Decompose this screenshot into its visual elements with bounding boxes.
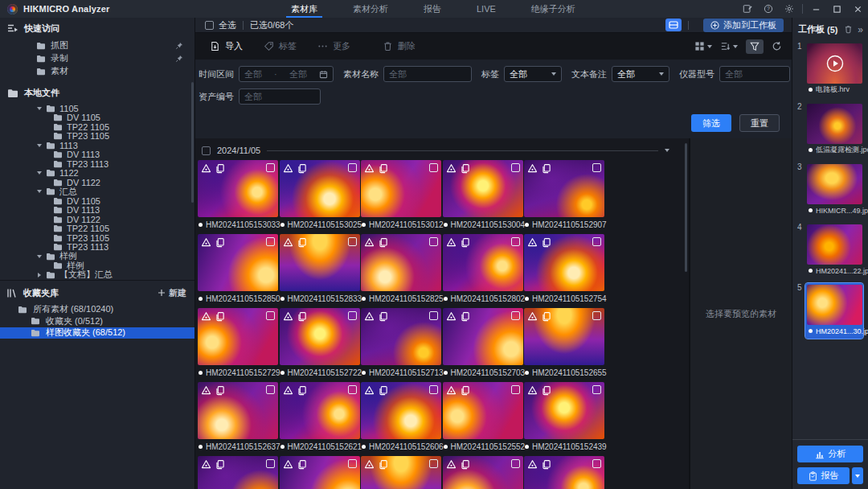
import-button[interactable]: 导入 xyxy=(210,40,243,52)
favorite-item-所有素材 (68/10240)[interactable]: 所有素材 (68/10240) xyxy=(0,304,194,316)
material-checkbox[interactable] xyxy=(511,163,520,172)
material-checkbox[interactable] xyxy=(592,311,601,320)
material-card[interactable]: HM20241105152754 xyxy=(524,234,604,306)
tree-item-TP23 1105[interactable]: TP23 1105 xyxy=(0,132,194,142)
tag-select[interactable]: 全部 xyxy=(504,66,562,82)
favorite-item-收藏夹 (0/512)[interactable]: 收藏夹 (0/512) xyxy=(0,315,194,327)
material-checkbox[interactable] xyxy=(266,237,275,246)
material-checkbox[interactable] xyxy=(429,311,438,320)
material-card[interactable] xyxy=(524,456,604,489)
tree-item-DV 1122[interactable]: DV 1122 xyxy=(0,215,194,224)
pin-icon[interactable] xyxy=(175,55,183,63)
chevron-collapsed-icon[interactable] xyxy=(38,273,41,277)
collapse-panel-icon[interactable]: » xyxy=(858,24,863,35)
material-checkbox[interactable] xyxy=(511,385,520,394)
material-card[interactable]: HM20241105152713 xyxy=(361,308,441,380)
sort-button[interactable] xyxy=(720,41,738,51)
workboard-card[interactable]: 低温凝露检测.jpeg xyxy=(805,102,863,158)
select-all-checkbox[interactable] xyxy=(205,21,214,30)
maximize-button[interactable] xyxy=(826,0,847,18)
material-checkbox[interactable] xyxy=(429,163,438,172)
tab-LIVE[interactable]: LIVE xyxy=(459,0,514,18)
new-favorite-button[interactable]: 新建 xyxy=(158,287,186,299)
material-card[interactable]: HM20241105152802 xyxy=(443,234,523,306)
report-dropdown-button[interactable] xyxy=(852,467,863,484)
select-all-label[interactable]: 全选 xyxy=(219,19,236,31)
tree-item-TP23 1113[interactable]: TP23 1113 xyxy=(0,243,194,253)
tree-item-TP23 1113[interactable]: TP23 1113 xyxy=(0,159,194,169)
model-input[interactable] xyxy=(725,69,784,79)
material-card[interactable]: HM20241105152825 xyxy=(361,234,441,306)
report-button[interactable]: 报告 xyxy=(797,467,850,484)
material-card[interactable]: HM20241105152722 xyxy=(280,308,360,380)
grid-scrollbar[interactable] xyxy=(685,143,687,272)
quick-access-item-素材[interactable]: 素材 xyxy=(0,66,194,76)
filter-reset-button[interactable]: 重置 xyxy=(739,114,780,132)
material-card[interactable]: HM20241105152606 xyxy=(361,382,441,454)
tree-item-1113[interactable]: 1113 xyxy=(0,141,194,150)
material-checkbox[interactable] xyxy=(592,237,601,246)
material-checkbox[interactable] xyxy=(592,163,601,172)
tree-item-汇总[interactable]: 汇总 xyxy=(0,187,194,197)
delete-button[interactable]: 删除 xyxy=(383,40,416,52)
workboard-item[interactable]: 5HM20241...30.jpeg xyxy=(792,281,868,342)
name-input[interactable] xyxy=(389,69,466,79)
workboard-item[interactable]: 4HM20241...22.jpeg xyxy=(792,221,868,281)
material-checkbox[interactable] xyxy=(592,459,601,468)
material-checkbox[interactable] xyxy=(348,385,357,394)
material-card[interactable] xyxy=(198,456,278,489)
more-button[interactable]: 更多 xyxy=(317,40,350,52)
material-checkbox[interactable] xyxy=(266,163,275,172)
workboard-card[interactable]: 电路板.hrv xyxy=(805,42,863,97)
settings-gear-icon[interactable] xyxy=(779,0,800,18)
tree-item-1105[interactable]: 1105 xyxy=(0,104,194,113)
material-checkbox[interactable] xyxy=(266,459,275,468)
tree-item-DV 1105[interactable]: DV 1105 xyxy=(0,113,194,123)
material-checkbox[interactable] xyxy=(592,385,601,394)
time-range-picker[interactable]: 全部 · 全部 xyxy=(239,66,334,82)
tag-button[interactable]: 标签 xyxy=(264,40,297,52)
sidebar-scrollbar[interactable] xyxy=(191,82,194,203)
help-icon[interactable]: ? xyxy=(758,0,779,18)
material-checkbox[interactable] xyxy=(266,385,275,394)
tab-素材库[interactable]: 素材库 xyxy=(273,0,335,18)
material-checkbox[interactable] xyxy=(429,459,438,468)
tree-item-TP22 1105[interactable]: TP22 1105 xyxy=(0,122,194,132)
clear-workboard-trash-icon[interactable] xyxy=(844,25,853,34)
tab-素材分析[interactable]: 素材分析 xyxy=(335,0,406,18)
material-card[interactable]: HM20241105153004 xyxy=(443,160,523,232)
minimize-button[interactable] xyxy=(805,0,826,18)
material-card[interactable]: HM20241105152907 xyxy=(524,160,604,232)
add-to-workboard-button[interactable]: 添加到工作板 xyxy=(703,18,784,32)
workboard-card[interactable]: HM20241...22.jpeg xyxy=(805,223,863,278)
analyze-button[interactable]: 分析 xyxy=(797,446,863,462)
material-card[interactable]: HM20241105152833 xyxy=(280,234,360,306)
feedback-icon[interactable] xyxy=(737,0,758,18)
tree-item-样例[interactable]: 样例 xyxy=(0,252,194,261)
material-card[interactable]: HM20241105153012 xyxy=(361,160,441,232)
material-checkbox[interactable] xyxy=(348,459,357,468)
workboard-item[interactable]: 3HIKMICR...49.jpeg xyxy=(792,161,868,221)
tree-item-DV 1113[interactable]: DV 1113 xyxy=(0,206,194,216)
tree-item-TP22 1105[interactable]: TP22 1105 xyxy=(0,224,194,234)
chevron-expanded-icon[interactable] xyxy=(37,171,42,175)
workboard-card[interactable]: HIKMICR...49.jpeg xyxy=(805,162,863,218)
collapse-group-icon[interactable] xyxy=(665,149,669,152)
note-select[interactable]: 全部 xyxy=(612,66,669,82)
material-checkbox[interactable] xyxy=(511,459,520,468)
material-checkbox[interactable] xyxy=(429,237,438,246)
chevron-expanded-icon[interactable] xyxy=(37,107,42,110)
tab-报告[interactable]: 报告 xyxy=(406,0,459,18)
chevron-expanded-icon[interactable] xyxy=(37,190,42,193)
material-card[interactable]: HM20241105152439 xyxy=(524,382,604,454)
material-checkbox[interactable] xyxy=(511,237,520,246)
pin-wrap[interactable] xyxy=(175,42,183,50)
filter-toggle-button[interactable] xyxy=(746,39,764,54)
workboard-card[interactable]: HM20241...30.jpeg xyxy=(805,283,863,339)
chevron-expanded-icon[interactable] xyxy=(37,144,42,147)
material-checkbox[interactable] xyxy=(348,237,357,246)
workboard-item[interactable]: 2低温凝露检测.jpeg xyxy=(792,101,868,161)
material-card[interactable]: HM20241105152552 xyxy=(443,382,523,454)
pin-icon[interactable] xyxy=(175,42,183,50)
asset-input[interactable] xyxy=(244,92,315,101)
